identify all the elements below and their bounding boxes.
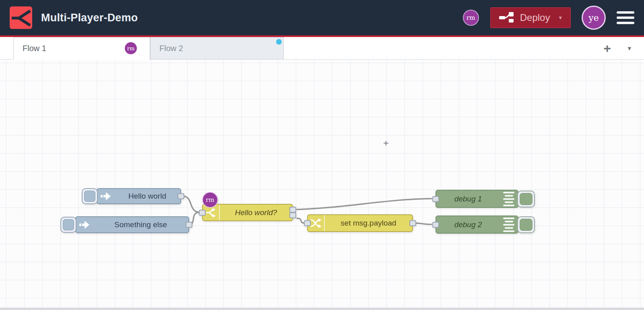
input-port[interactable] (432, 196, 439, 202)
input-port[interactable] (432, 222, 439, 228)
node-inject-hello-world[interactable]: Hello world (82, 188, 181, 204)
flowfuse-logo-icon[interactable] (10, 6, 32, 29)
deploy-label: Deploy (520, 12, 550, 23)
node-switch-hello-world[interactable]: rm Hello world? (202, 204, 293, 221)
input-port[interactable] (304, 220, 311, 226)
debug-output-icon (500, 192, 518, 206)
collaborator-avatar[interactable]: rm (464, 10, 478, 25)
node-label: debug 1 (436, 195, 500, 203)
modified-indicator-dot (276, 39, 282, 45)
inject-trigger-button[interactable] (82, 188, 98, 204)
tab-user-badge: rm (125, 42, 137, 54)
user-avatar[interactable]: ye (583, 7, 605, 29)
node-debug-1[interactable]: debug 1 (436, 190, 537, 208)
node-label: Something else (93, 220, 188, 229)
flow-list-caret-icon[interactable]: ▾ (627, 44, 631, 52)
debug-toggle-button[interactable] (517, 191, 535, 207)
tab-label: Flow 2 (159, 44, 183, 53)
tab-flow-1[interactable]: Flow 1 rm (13, 37, 150, 60)
inject-arrow-icon (97, 192, 114, 201)
wire-change-debug2[interactable] (415, 223, 431, 224)
node-debug-2[interactable]: debug 2 (436, 216, 537, 234)
node-inject-something-else[interactable]: Something else (60, 216, 189, 233)
crosshair-cursor: + (383, 138, 389, 149)
inject-arrow-icon (76, 220, 93, 229)
input-port[interactable] (199, 209, 206, 216)
node-label: set msg.payload (325, 219, 412, 228)
output-port-2[interactable] (289, 212, 296, 218)
output-port[interactable] (409, 220, 416, 226)
node-label: Hello world (114, 192, 180, 201)
flow-canvas[interactable]: Hello world Something else rm (0, 60, 644, 308)
wires-layer (0, 60, 644, 308)
page-title: Multi-Player-Demo (41, 12, 138, 24)
debug-output-icon (500, 218, 518, 232)
output-port-1[interactable] (289, 207, 296, 213)
output-port[interactable] (178, 193, 184, 199)
editing-user-badge: rm (203, 193, 217, 207)
wire-inject1-switch[interactable] (183, 196, 200, 212)
header: Multi-Player-Demo rm Deploy ▾ ye (0, 0, 644, 35)
debug-toggle-button[interactable] (517, 216, 535, 233)
deploy-button[interactable]: Deploy ▾ (490, 7, 571, 28)
deploy-caret-icon[interactable]: ▾ (559, 14, 562, 21)
node-label: Hello world? (220, 208, 292, 217)
output-port[interactable] (186, 222, 192, 228)
deploy-icon (499, 12, 514, 23)
main-menu-icon[interactable] (617, 11, 634, 24)
tab-flow-2[interactable]: Flow 2 (150, 37, 284, 60)
tab-label: Flow 1 (23, 44, 46, 53)
flow-tab-bar: Flow 1 rm Flow 2 + ▾ (0, 37, 644, 60)
canvas-bottom-edge (0, 308, 644, 310)
node-label: debug 2 (436, 220, 500, 229)
add-flow-button[interactable]: + (603, 42, 611, 55)
wire-switch-debug1[interactable] (297, 199, 431, 209)
node-change-set-msg-payload[interactable]: set msg.payload (307, 214, 413, 232)
inject-trigger-button[interactable] (60, 217, 76, 233)
